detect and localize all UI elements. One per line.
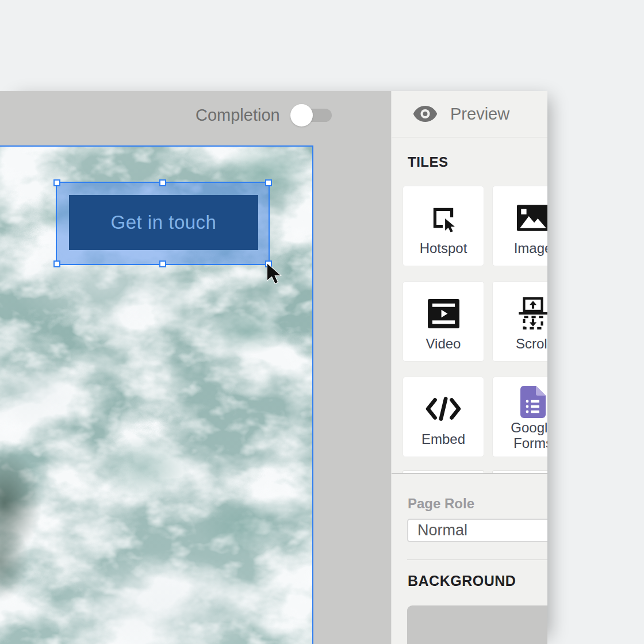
tile-label: Hotspot	[420, 241, 467, 256]
eye-icon	[413, 105, 438, 122]
page-role-label: Page Role	[408, 496, 474, 512]
tile-video[interactable]: Video	[402, 281, 484, 362]
button-label: Get in touch	[111, 212, 217, 233]
background-section-title: BACKGROUND	[408, 573, 516, 589]
resize-handle-bottom-left[interactable]	[53, 260, 60, 267]
tile-embed[interactable]: Embed	[402, 377, 484, 457]
toggle-knob	[290, 104, 313, 126]
section-divider	[392, 473, 547, 474]
tile-scroll[interactable]: Scroll	[492, 281, 547, 362]
tile-image[interactable]: Image	[492, 186, 547, 266]
preview-label: Preview	[450, 105, 509, 124]
resize-handle-bottom-center[interactable]	[159, 260, 166, 267]
tile-hotspot[interactable]: Hotspot	[402, 186, 484, 266]
completion-toggle[interactable]	[290, 103, 332, 126]
embed-icon	[425, 392, 461, 425]
completion-label: Completion	[195, 103, 280, 126]
tile-label: Video	[426, 336, 461, 352]
get-in-touch-button[interactable]: Get in touch	[69, 195, 258, 250]
tile-label: Scroll	[516, 336, 547, 352]
resize-handle-top-center[interactable]	[159, 179, 166, 186]
mouse-cursor-icon	[266, 262, 286, 288]
tile-label: Image	[514, 241, 547, 256]
tile-label: Embed	[421, 432, 465, 447]
video-icon	[428, 297, 459, 330]
tile-label: Google Forms	[493, 420, 547, 451]
divider	[407, 559, 547, 560]
preview-button[interactable]: Preview	[392, 91, 547, 137]
page: { "toolbar": { "completion_label": "Comp…	[0, 0, 644, 644]
tile-google-forms[interactable]: Google Forms	[492, 377, 547, 457]
tiles-grid: Hotspot Image	[402, 186, 547, 457]
tiles-section-title: TILES	[408, 154, 448, 170]
resize-handle-top-right[interactable]	[265, 179, 272, 186]
background-color-swatch[interactable]	[407, 605, 547, 644]
resize-handle-top-left[interactable]	[53, 179, 60, 186]
selection-box[interactable]: Get in touch	[56, 182, 270, 265]
image-icon	[517, 201, 547, 235]
completion-widget: Completion	[195, 103, 332, 126]
editor-window: Completion G	[0, 91, 547, 644]
scroll-icon	[518, 297, 547, 330]
google-forms-icon	[520, 385, 546, 419]
hotspot-icon	[429, 201, 458, 235]
page-role-select[interactable]: Normal	[407, 519, 547, 542]
inspector-sidebar: Preview TILES Hotspot	[391, 91, 547, 644]
design-canvas[interactable]: Get in touch	[0, 145, 313, 644]
